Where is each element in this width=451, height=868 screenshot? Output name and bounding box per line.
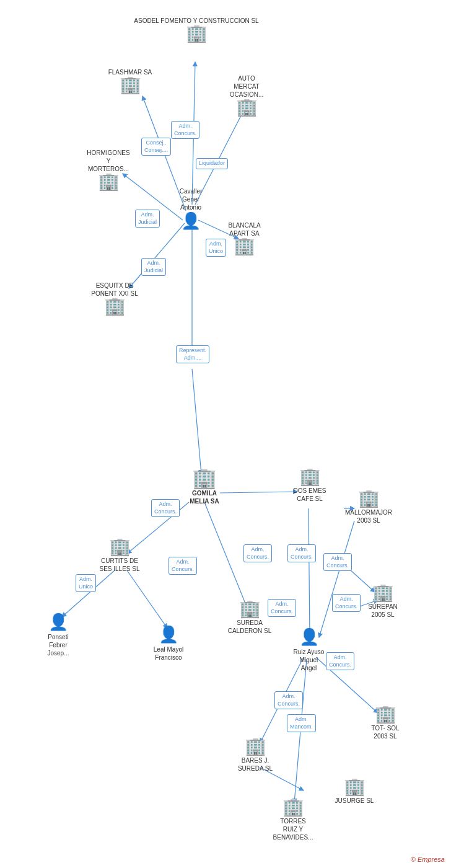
bares-label: BARES J.SUREDA SL	[238, 756, 273, 773]
node-flashmar: FLASHMAR SA 🏢	[105, 67, 155, 94]
bares-icon: 🏢	[245, 738, 266, 755]
dosemes-icon: 🏢	[299, 468, 321, 485]
badge-admconcurs2[interactable]: Adm.Concurs.	[151, 499, 180, 517]
node-blancala: BLANCALAAPART SA 🏢	[218, 220, 271, 255]
badge-representadm[interactable]: Represent.Adm....	[176, 345, 209, 363]
node-ponseti: 👤 PonsetiFebrerJosep...	[33, 613, 83, 657]
jusurge-icon: 🏢	[344, 778, 366, 795]
svg-line-11	[127, 570, 167, 628]
totsol-icon: 🏢	[375, 706, 396, 723]
automercat-label: AUTOMERCATOCASION...	[230, 74, 263, 99]
badge-admunico2[interactable]: Adm.Unico	[76, 574, 96, 592]
node-torres: 🏢 TORRESRUIZ YBENAVIDES...	[265, 799, 321, 841]
node-esquitx: ESQUITX DEPONENT XXI SL 🏢	[87, 280, 142, 315]
surepan-label: SUREPAN2005 SL	[368, 603, 398, 619]
cavaller-label: CavallerGenerAntonio	[180, 187, 203, 211]
badge-admmancom[interactable]: Adm.Mancom.	[287, 714, 316, 732]
node-mallormajor: 🏢 MALLORMAJOR2003 SL	[341, 490, 396, 525]
node-automercat: AUTOMERCATOCASION... 🏢	[222, 73, 271, 116]
node-totsol: 🏢 TOT- SOL2003 SL	[361, 706, 410, 740]
esquitx-icon: 🏢	[104, 298, 126, 315]
badge-admjudicial1[interactable]: Adm.Judicial	[135, 210, 160, 228]
ruiz-label: Ruiz AyusoMiguelAngel	[294, 648, 325, 672]
curtits-label: CURTITS DESES ILLES SL	[99, 557, 139, 573]
badge-admconcurs9[interactable]: Adm.Concurs.	[326, 652, 354, 670]
badge-liquidador[interactable]: Liquidador	[196, 158, 228, 169]
ruiz-icon: 👤	[299, 627, 319, 647]
leal-icon: 👤	[159, 625, 178, 644]
sureda-label: SUREDACALDERON SL	[228, 619, 272, 635]
curtits-icon: 🏢	[109, 538, 131, 556]
badge-admconcurs5b[interactable]: Adm.Concurs.	[323, 553, 352, 571]
svg-line-13	[309, 508, 310, 636]
mallormajor-icon: 🏢	[358, 490, 380, 507]
badge-consej[interactable]: Consej..Consej....	[141, 138, 171, 156]
sureda-icon: 🏢	[239, 600, 261, 618]
node-gomila: 🏢 GOMILAMELIA SA	[180, 468, 229, 505]
svg-line-7	[192, 369, 201, 474]
node-surepan: 🏢 SUREPAN2005 SL	[358, 584, 408, 619]
mallormajor-label: MALLORMAJOR2003 SL	[345, 508, 392, 525]
network-diagram: ASODEL FOMENTO Y CONSTRUCCION SL 🏢 FLASH…	[0, 0, 451, 868]
badge-admconcurs8[interactable]: Adm.Concurs.	[274, 691, 303, 709]
badge-admconcurs7[interactable]: Adm.Concurs.	[332, 594, 361, 612]
gomila-label: GOMILAMELIA SA	[190, 489, 219, 505]
blancala-icon: 🏢	[234, 237, 255, 255]
automercat-icon: 🏢	[236, 99, 258, 116]
badge-admconcurs1[interactable]: Adm.Concurs.	[171, 121, 199, 139]
asodel-icon: 🏢	[186, 25, 208, 42]
ponseti-icon: 👤	[48, 613, 68, 632]
ponseti-label: PonsetiFebrerJosep...	[47, 633, 69, 657]
badge-admjudicial2[interactable]: Adm.Judicial	[141, 258, 166, 276]
watermark: © Empresa	[411, 856, 445, 863]
badge-admconcurs4[interactable]: Adm.Concurs.	[243, 544, 272, 562]
node-jusurge: 🏢 JUSURGE SL	[330, 778, 379, 805]
badge-admconcurs3[interactable]: Adm.Concurs.	[169, 557, 197, 575]
surepan-icon: 🏢	[372, 584, 394, 601]
torres-icon: 🏢	[282, 799, 304, 816]
hormigones-label: HORMIGONESYMORTEROS...	[87, 149, 129, 173]
totsol-label: TOT- SOL2003 SL	[371, 724, 399, 740]
hormigones-icon: 🏢	[98, 173, 120, 190]
esquitx-label: ESQUITX DEPONENT XXI SL	[91, 281, 138, 298]
svg-line-12	[204, 502, 248, 609]
torres-label: TORRESRUIZ YBENAVIDES...	[273, 817, 313, 841]
cavaller-icon: 👤	[181, 211, 201, 231]
node-cavaller: CavallerGenerAntonio 👤	[166, 186, 216, 231]
node-bares: 🏢 BARES J.SUREDA SL	[230, 738, 280, 773]
node-hormigones: HORMIGONESYMORTEROS... 🏢	[81, 148, 136, 190]
dosemes-label: DOS EMESCAFE SL	[294, 487, 326, 503]
svg-line-14	[319, 521, 354, 637]
node-curtits: 🏢 CURTITS DESES ILLES SL	[92, 538, 147, 573]
node-leal: 👤 Leal MayolFrancisco	[144, 625, 193, 662]
node-asodel: ASODEL FOMENTO Y CONSTRUCCION SL 🏢	[169, 16, 224, 42]
flashmar-icon: 🏢	[120, 76, 141, 94]
jusurge-label: JUSURGE SL	[335, 797, 374, 805]
node-sureda: 🏢 SUREDACALDERON SL	[222, 600, 278, 635]
svg-line-5	[129, 223, 185, 288]
node-dosemes: 🏢 DOS EMESCAFE SL	[285, 468, 335, 503]
gomila-icon: 🏢	[192, 468, 217, 488]
badge-admconcurs5[interactable]: Adm.Concurs.	[287, 544, 316, 562]
leal-label: Leal MayolFrancisco	[154, 645, 183, 662]
blancala-label: BLANCALAAPART SA	[228, 221, 260, 237]
